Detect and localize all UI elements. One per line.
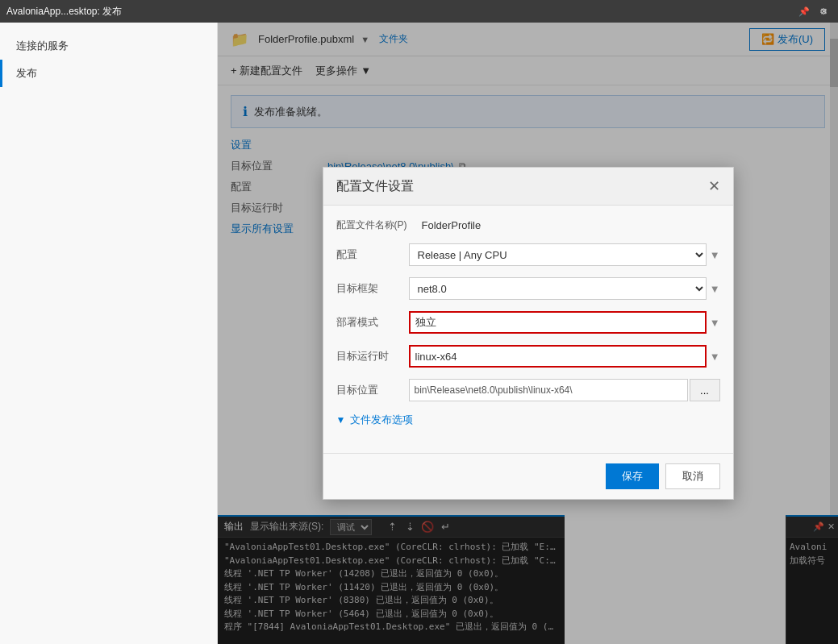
sidebar-item-connected-services[interactable]: 连接的服务 (0, 32, 217, 60)
modal-label-config: 配置 (336, 247, 409, 262)
content-area: 📁 FolderProfile.pubxml ▼ 文件夹 🔁 发布(U) + 新… (218, 23, 838, 644)
modal-row-runtime: 目标运行时 ▼ (336, 345, 720, 368)
modal-deploy-dropdown-icon[interactable]: ▼ (710, 317, 720, 329)
modal-browse-button[interactable]: ... (690, 379, 720, 401)
modal-runtime-input[interactable] (409, 345, 707, 368)
file-publish-options-collapse[interactable]: ▼ 文件发布选项 (336, 413, 720, 427)
title-bar: AvaloniaApp...esktop: 发布 📌 ✕ ⚙ (0, 0, 838, 23)
settings-icon[interactable]: ⚙ (815, 3, 832, 19)
modal-target-location-input[interactable] (409, 379, 688, 401)
modal-framework-select[interactable]: net8.0net7.0net6.0 (409, 277, 707, 300)
sidebar: 连接的服务 发布 (0, 23, 218, 644)
modal-label-runtime: 目标运行时 (336, 349, 409, 364)
pin-icon[interactable]: 📌 (796, 3, 812, 19)
modal-footer: 保存 取消 (323, 453, 733, 499)
modal-row-framework: 目标框架 net8.0net7.0net6.0 ▼ (336, 277, 720, 300)
modal-body: 配置文件名称(P) FolderProfile 配置 Release | Any… (323, 206, 733, 447)
modal-runtime-dropdown-icon[interactable]: ▼ (710, 351, 720, 363)
modal-label-framework: 目标框架 (336, 281, 409, 296)
modal-config-dropdown-icon: ▼ (710, 249, 720, 261)
main-layout: 连接的服务 发布 📁 FolderProfile.pubxml ▼ 文件夹 🔁 … (0, 23, 838, 644)
modal-row-profile-name: 配置文件名称(P) FolderProfile (336, 218, 720, 232)
modal-row-config: 配置 Release | Any CPUDebug | Any CPURelea… (336, 243, 720, 266)
title-bar-text: AvaloniaApp...esktop: 发布 (6, 5, 796, 19)
modal-title: 配置文件设置 (336, 178, 414, 195)
modal-row-deploy-mode: 部署模式 ▼ (336, 311, 720, 334)
sidebar-item-publish[interactable]: 发布 (0, 60, 217, 87)
modal-overlay: 配置文件设置 ✕ 配置文件名称(P) FolderProfile 配置 Rele… (218, 23, 838, 644)
modal-label-target-location: 目标位置 (336, 383, 409, 397)
modal-label-profile: 配置文件名称(P) (336, 218, 409, 232)
modal-dialog: 配置文件设置 ✕ 配置文件名称(P) FolderProfile 配置 Rele… (323, 167, 734, 500)
modal-row-target-location: 目标位置 ... (336, 379, 720, 401)
modal-deploy-mode-input[interactable] (409, 311, 707, 334)
cancel-button[interactable]: 取消 (665, 463, 720, 489)
collapse-icon: ▼ (336, 414, 346, 426)
save-button[interactable]: 保存 (606, 463, 659, 489)
modal-label-deploy: 部署模式 (336, 315, 409, 330)
file-publish-label: 文件发布选项 (350, 413, 413, 427)
modal-value-profile: FolderProfile (422, 219, 720, 231)
modal-close-button[interactable]: ✕ (708, 177, 720, 195)
modal-header: 配置文件设置 ✕ (323, 168, 733, 206)
modal-config-select[interactable]: Release | Any CPUDebug | Any CPURelease … (409, 243, 707, 266)
modal-framework-dropdown-icon: ▼ (710, 283, 720, 295)
title-bar-icons: 📌 ✕ ⚙ (796, 3, 832, 19)
